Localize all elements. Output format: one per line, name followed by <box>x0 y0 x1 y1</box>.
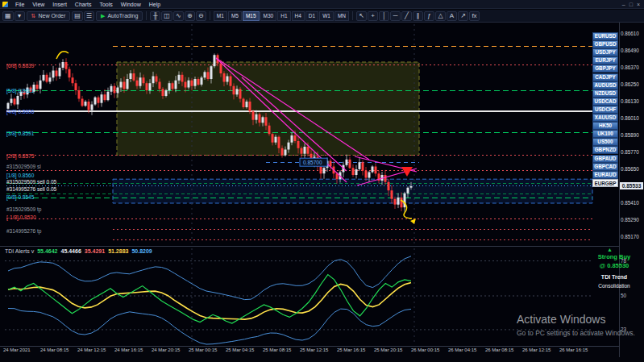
tdi-lower-band <box>8 309 411 345</box>
time-axis-label: 26 Mar 04:15 <box>448 347 476 352</box>
timeframe-m30[interactable]: M30 <box>260 11 277 21</box>
new-chart-icon[interactable]: ▦ <box>2 11 14 21</box>
price-axis-label: 0.85890 <box>621 132 639 139</box>
play-icon: ▶ <box>101 13 105 19</box>
menu-item-tools[interactable]: Tools <box>95 2 116 7</box>
signal-price: @ 0.85530 <box>586 261 642 270</box>
line-chart-icon[interactable]: ∿ <box>173 11 184 21</box>
restore-button[interactable]: □ <box>629 2 633 7</box>
time-axis-label: 26 Mar 16:15 <box>559 347 588 352</box>
cursor-icon[interactable]: ↖ <box>356 11 367 21</box>
menu-item-insert[interactable]: Insert <box>48 2 71 7</box>
timeframe-m15[interactable]: M15 <box>243 11 260 21</box>
trendline-icon[interactable]: ╱ <box>401 11 412 21</box>
timeframe-h1[interactable]: H1 <box>277 11 290 21</box>
sell-signal-marker[interactable] <box>401 167 413 177</box>
level-label: [1/8] 0.8560 <box>6 173 34 178</box>
symbol-button-us500[interactable]: US500 <box>592 138 618 146</box>
zoom-out-icon[interactable]: ⊖ <box>196 11 206 21</box>
symbol-button-nzdusd[interactable]: NZDUSD <box>592 89 618 98</box>
market-watch-icon[interactable]: ▤ <box>72 11 83 21</box>
timeframe-mn[interactable]: MN <box>334 11 349 21</box>
close-button[interactable]: × <box>637 2 640 7</box>
price-axis[interactable]: 0.866100.864900.863700.862500.861300.860… <box>620 23 644 357</box>
timeframe-h4[interactable]: H4 <box>292 11 305 21</box>
level-label: [-1/8] 0.8530 <box>6 214 36 220</box>
symbol-button-gbpnzd[interactable]: GBPNZD <box>592 146 618 154</box>
new-order-button[interactable]: ⇅ New Order <box>27 11 71 21</box>
supply-zone <box>117 62 419 156</box>
indicator-value: 51.2883 <box>108 248 128 254</box>
price-axis-label: 0.86130 <box>621 98 639 105</box>
indicator-value: 35.4291 <box>85 248 105 254</box>
symbol-button-usdchf[interactable]: USDCHF <box>592 106 618 114</box>
menu-item-charts[interactable]: Charts <box>71 2 96 7</box>
channel-icon[interactable]: ∥ <box>413 11 423 21</box>
timeframe-w1[interactable]: W1 <box>319 11 334 21</box>
bar-chart-icon[interactable]: ╫ <box>150 11 160 21</box>
candlestick-chart-icon[interactable]: ◫ <box>161 11 172 21</box>
level-label: #314995276 sell 0.05 <box>6 186 56 192</box>
time-axis[interactable]: 24 Mar 202124 Mar 08:1524 Mar 12:1524 Ma… <box>0 347 619 357</box>
symbol-button-usdcad[interactable]: USDCAD <box>592 98 618 106</box>
timeframe-m5[interactable]: M5 <box>228 11 242 21</box>
symbol-button-audusd[interactable]: AUDUSD <box>592 81 618 89</box>
menu-item-file[interactable]: File <box>11 2 28 7</box>
symbol-button-gbpaud[interactable]: GBPAUD <box>592 155 618 163</box>
yellow-arrow-top[interactable] <box>56 52 69 59</box>
activate-windows-subtext: Go to PC settings to activate Windows. <box>517 329 635 337</box>
shapes-icon[interactable]: △ <box>435 11 446 21</box>
menu-item-help[interactable]: Help <box>145 2 164 7</box>
arrow-icon[interactable]: ↗ <box>458 11 468 21</box>
symbol-button-gbpjpy[interactable]: GBPJPY <box>592 64 618 73</box>
time-axis-label: 24 Mar 2021 <box>3 347 31 352</box>
symbol-button-euraud[interactable]: EURAUD <box>592 171 618 179</box>
symbol-button-hk50[interactable]: HK50 <box>592 122 618 130</box>
indicator-name: TDI Alerts v <box>5 248 34 254</box>
price-tag[interactable]: 0.85700 <box>300 158 327 166</box>
price-axis-label: 0.86610 <box>621 31 639 37</box>
symbol-button-gbpusd[interactable]: GBPUSD <box>592 40 618 48</box>
text-icon[interactable]: A <box>447 11 457 21</box>
chart-profiles-icon[interactable]: ▾ <box>15 11 25 21</box>
indicator-level-label: 78 <box>621 258 626 264</box>
timeframe-d1[interactable]: D1 <box>305 11 318 21</box>
level-label: [6/8] 0.8639 <box>6 63 34 69</box>
time-axis-label: 25 Mar 08:15 <box>263 347 291 352</box>
menu-item-view[interactable]: View <box>28 2 48 7</box>
time-axis-label: 25 Mar 00:15 <box>189 347 217 352</box>
level-label: #315029509 tp <box>6 206 41 212</box>
menu-items: FileViewInsertChartsToolsWindowHelp <box>11 2 164 7</box>
symbol-button-gbpcad[interactable]: GBPCAD <box>592 163 618 171</box>
level-label: [2/8] 0.8575 <box>6 153 34 159</box>
minimize-button[interactable]: – <box>622 2 625 7</box>
symbol-button-cadjpy[interactable]: CADJPY <box>592 73 618 81</box>
active-symbol-box[interactable]: EURGBP <box>592 179 618 187</box>
price-axis-label: 0.85770 <box>621 149 639 156</box>
timeframe-m1[interactable]: M1 <box>214 11 227 21</box>
horizontal-line-icon[interactable]: ─ <box>390 11 401 21</box>
price-axis-label: 0.85170 <box>621 234 639 240</box>
vertical-line-icon[interactable]: │ <box>379 11 389 21</box>
symbol-button-eurjpy[interactable]: EURJPY <box>592 56 618 64</box>
timeframe-buttons: M1M5M15M30H1H4D1W1MN <box>214 11 349 21</box>
price-axis-label: 0.85650 <box>621 166 639 173</box>
menu-item-window[interactable]: Window <box>117 2 145 7</box>
mt4-window: FileViewInsertChartsToolsWindowHelp – □ … <box>0 0 644 362</box>
buy-arrow-icon: ▲ <box>607 247 613 252</box>
symbol-button-uk100[interactable]: UK100 <box>592 130 618 138</box>
fibonacci-icon[interactable]: ƒ <box>424 11 434 21</box>
symbol-button-xauusd[interactable]: XAUUSD <box>592 114 618 122</box>
toolbar-group-charts: ▦▾ <box>2 11 25 21</box>
autotrading-button[interactable]: ▶ AutoTrading <box>96 11 143 21</box>
toolbar-group-panels: ▤☰ <box>72 11 94 21</box>
symbol-button-eurusd[interactable]: EURUSD <box>592 32 618 40</box>
crosshair-icon[interactable]: + <box>368 11 378 21</box>
indicators-icon[interactable]: fx <box>469 11 480 21</box>
price-axis-label: 0.85290 <box>621 217 639 223</box>
zoom-in-icon[interactable]: ⊕ <box>185 11 195 21</box>
indicator-level-label: 50 <box>621 293 626 299</box>
main-chart[interactable]: 0.85700 <box>0 23 619 247</box>
navigator-icon[interactable]: ☰ <box>84 11 94 21</box>
symbol-button-usdjpy[interactable]: USDJPY <box>592 48 618 56</box>
